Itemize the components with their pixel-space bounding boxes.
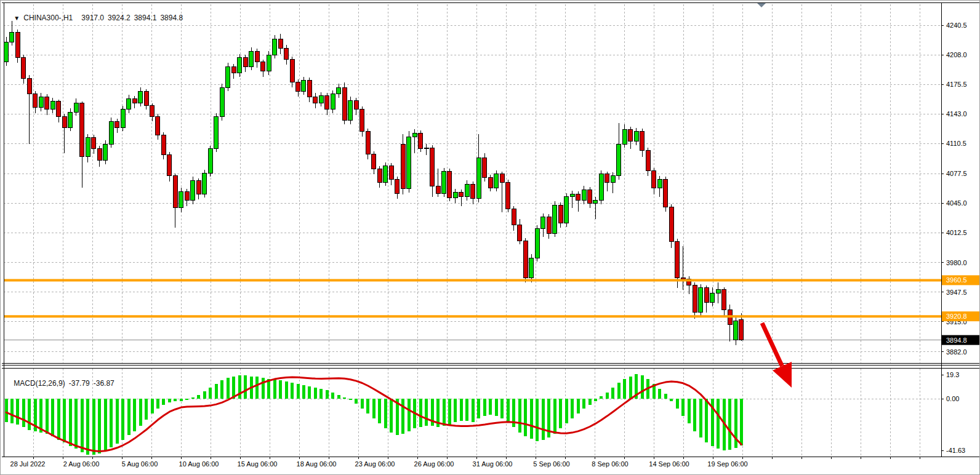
svg-text:14 Sep 06:00: 14 Sep 06:00: [649, 460, 689, 468]
svg-text:28 Jul 2022: 28 Jul 2022: [10, 460, 46, 468]
svg-text:10 Aug 06:00: 10 Aug 06:00: [179, 460, 219, 468]
svg-text:3882.0: 3882.0: [946, 348, 967, 356]
svg-text:8 Sep 06:00: 8 Sep 06:00: [592, 460, 628, 468]
svg-text:18 Aug 06:00: 18 Aug 06:00: [297, 460, 337, 468]
svg-text:4077.5: 4077.5: [946, 170, 967, 177]
svg-text:3960.5: 3960.5: [946, 276, 967, 284]
svg-text:4240.5: 4240.5: [946, 22, 967, 29]
svg-text:19 Sep 06:00: 19 Sep 06:00: [707, 460, 747, 468]
svg-text:4012.5: 4012.5: [946, 229, 967, 236]
svg-text:23 Aug 06:00: 23 Aug 06:00: [355, 460, 395, 468]
svg-text:3920.8: 3920.8: [946, 313, 967, 320]
svg-text:19.3: 19.3: [946, 371, 959, 378]
svg-text:2 Aug 06:00: 2 Aug 06:00: [63, 460, 100, 468]
svg-text:26 Aug 06:00: 26 Aug 06:00: [414, 460, 454, 468]
svg-text:3947.5: 3947.5: [946, 289, 967, 296]
svg-text:3894.8: 3894.8: [946, 337, 967, 344]
svg-text:5 Aug 06:00: 5 Aug 06:00: [122, 460, 158, 468]
svg-text:-41.63: -41.63: [946, 447, 965, 454]
svg-text:0.00: 0.00: [946, 395, 959, 402]
chart-canvas[interactable]: 4240.54208.04175.54143.04110.54077.54045…: [1, 1, 980, 475]
svg-text:4110.5: 4110.5: [946, 140, 966, 147]
current-price-label: 3894.8: [942, 335, 980, 345]
svg-text:3980.0: 3980.0: [946, 259, 967, 266]
svg-text:4208.0: 4208.0: [946, 51, 967, 58]
svg-text:31 Aug 06:00: 31 Aug 06:00: [473, 460, 513, 468]
svg-text:4143.0: 4143.0: [946, 110, 967, 118]
svg-text:4175.5: 4175.5: [946, 81, 967, 88]
svg-text:4045.0: 4045.0: [946, 199, 967, 207]
svg-text:15 Aug 06:00: 15 Aug 06:00: [238, 460, 278, 468]
chart-window: 4240.54208.04175.54143.04110.54077.54045…: [0, 0, 980, 475]
level-price-label: 3920.8: [942, 311, 980, 321]
svg-text:5 Sep 06:00: 5 Sep 06:00: [533, 460, 569, 468]
level-price-label: 3960.5: [942, 275, 980, 285]
